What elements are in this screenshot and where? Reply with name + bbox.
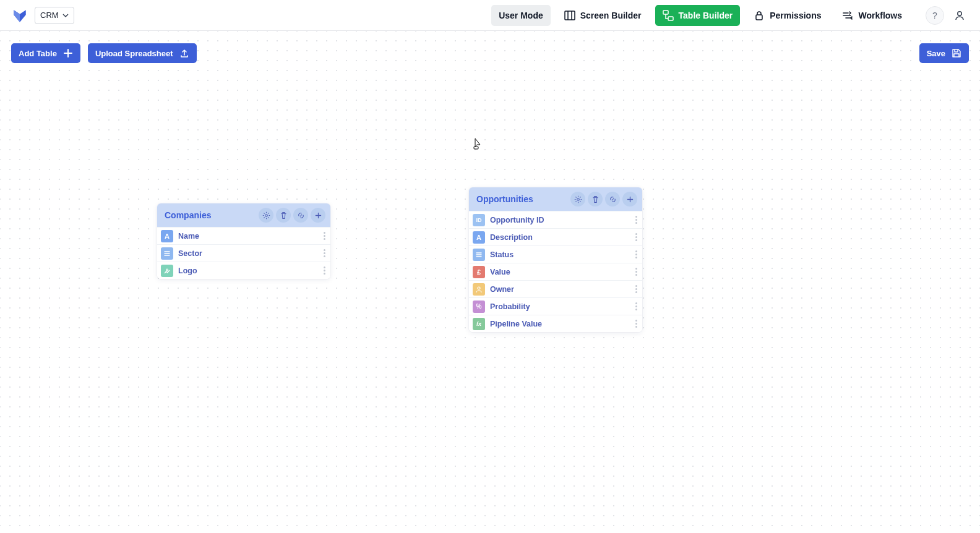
person-icon [953, 9, 966, 22]
field-label: Status [490, 250, 629, 259]
svg-point-11 [478, 287, 480, 289]
field-menu-icon[interactable] [322, 232, 327, 240]
field-label: Sector [178, 249, 317, 258]
field-label: Value [490, 268, 629, 276]
table-header[interactable]: Opportunities [469, 187, 642, 211]
workflows-button[interactable]: Workflows [835, 5, 909, 26]
field-label: Owner [490, 285, 629, 294]
table-header[interactable]: Companies [157, 203, 330, 227]
field-row[interactable]: AName [157, 227, 330, 244]
field-row[interactable]: Sector [157, 244, 330, 262]
table-card-companies[interactable]: Companies ANameSectorLogo [157, 203, 330, 279]
app-selector[interactable]: CRM [35, 7, 74, 24]
screen-builder-button[interactable]: Screen Builder [557, 5, 649, 26]
link-icon[interactable] [293, 208, 308, 223]
svg-point-10 [577, 198, 579, 200]
field-type-icon: fx [473, 318, 485, 330]
app-selector-label: CRM [40, 11, 59, 20]
svg-point-8 [265, 214, 267, 216]
table-header-actions [259, 208, 325, 223]
field-menu-icon[interactable] [634, 268, 638, 276]
field-row[interactable]: %Probability [469, 297, 642, 315]
field-type-icon [473, 249, 485, 261]
link-icon[interactable] [605, 192, 620, 207]
add-table-button[interactable]: Add Table [11, 43, 80, 63]
field-menu-icon[interactable] [634, 302, 638, 310]
profile-button[interactable] [950, 6, 969, 25]
svg-rect-0 [565, 11, 575, 20]
field-type-icon: A [473, 231, 485, 244]
field-menu-icon[interactable] [634, 250, 638, 258]
field-type-icon: £ [473, 266, 485, 278]
nav-label: Workflows [858, 11, 902, 20]
table-card-opportunities[interactable]: Opportunities IDOpportunity IDADescripti… [469, 187, 642, 332]
trash-icon[interactable] [588, 192, 603, 207]
field-type-icon [473, 283, 485, 296]
svg-rect-4 [668, 17, 673, 20]
canvas-toolbar: Add Table Upload Spreadsheet [11, 43, 197, 63]
button-label: Upload Spreadsheet [95, 49, 173, 58]
field-menu-icon[interactable] [634, 320, 638, 328]
field-row[interactable]: Status [469, 245, 642, 263]
field-row[interactable]: Logo [157, 262, 330, 279]
chevron-down-icon [62, 12, 69, 19]
gear-icon[interactable] [570, 192, 585, 207]
trash-icon[interactable] [276, 208, 291, 223]
svg-point-9 [166, 269, 168, 271]
columns-icon [564, 10, 575, 21]
field-type-icon [161, 265, 173, 277]
button-label: Save [927, 49, 945, 58]
field-type-icon: % [473, 301, 485, 313]
help-label: ? [932, 11, 937, 20]
nav-label: Screen Builder [580, 11, 642, 20]
plus-icon[interactable] [622, 192, 637, 207]
field-label: Description [490, 233, 629, 242]
field-menu-icon[interactable] [634, 233, 638, 241]
field-type-icon: A [161, 230, 173, 242]
field-label: Opportunity ID [490, 216, 629, 224]
upload-icon [179, 48, 189, 58]
field-label: Probability [490, 302, 629, 311]
save-icon [952, 48, 961, 58]
svg-point-6 [958, 11, 961, 15]
app-logo-icon [11, 7, 28, 24]
nav-label: Permissions [770, 11, 821, 20]
canvas[interactable]: Add Table Upload Spreadsheet Save Compan… [0, 31, 980, 533]
field-menu-icon[interactable] [634, 285, 638, 293]
field-menu-icon[interactable] [322, 249, 327, 257]
button-label: Add Table [19, 49, 57, 58]
plus-icon[interactable] [311, 208, 325, 223]
field-type-icon [161, 247, 173, 260]
upload-spreadsheet-button[interactable]: Upload Spreadsheet [88, 43, 197, 63]
field-row[interactable]: Owner [469, 280, 642, 297]
field-menu-icon[interactable] [322, 266, 327, 275]
field-label: Name [178, 232, 317, 241]
field-menu-icon[interactable] [634, 216, 638, 224]
table-title: Opportunities [476, 194, 570, 204]
nav-label: Table Builder [679, 11, 733, 20]
field-label: Pipeline Value [490, 320, 629, 328]
field-row[interactable]: £Value [469, 263, 642, 280]
field-row[interactable]: ADescription [469, 228, 642, 245]
plus-icon [63, 48, 73, 58]
nav: User Mode Screen Builder Table Builder P… [491, 5, 969, 26]
lock-icon [754, 10, 765, 21]
field-label: Logo [178, 266, 317, 275]
nav-label: User Mode [499, 11, 543, 20]
field-type-icon: ID [473, 214, 485, 226]
permissions-button[interactable]: Permissions [746, 5, 828, 26]
gear-icon[interactable] [259, 208, 273, 223]
svg-rect-3 [663, 11, 668, 14]
user-mode-button[interactable]: User Mode [491, 5, 551, 26]
field-row[interactable]: fxPipeline Value [469, 315, 642, 332]
table-header-actions [570, 192, 637, 207]
workflow-icon [842, 10, 853, 21]
save-button[interactable]: Save [919, 43, 969, 63]
table-builder-button[interactable]: Table Builder [655, 5, 741, 26]
help-button[interactable]: ? [926, 6, 944, 25]
tables-icon [663, 10, 674, 21]
top-bar: CRM User Mode Screen Builder Table Build… [0, 0, 980, 31]
svg-rect-5 [756, 15, 762, 20]
table-title: Companies [165, 210, 259, 220]
field-row[interactable]: IDOpportunity ID [469, 211, 642, 228]
